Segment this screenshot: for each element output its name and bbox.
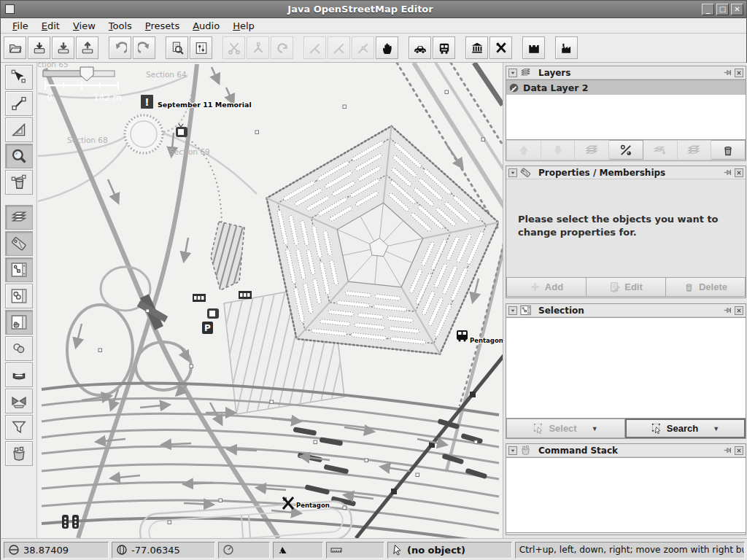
preset-museum-button[interactable] xyxy=(465,36,488,59)
layers-toolbar xyxy=(506,140,746,160)
map-canvas[interactable]: ! xyxy=(38,63,503,538)
add-tag-button[interactable]: Add xyxy=(506,277,587,297)
properties-close-button[interactable] xyxy=(735,168,743,177)
redo-icon xyxy=(138,42,151,55)
combine-icon xyxy=(252,42,265,55)
userst-icon xyxy=(11,341,27,357)
move-elements-button[interactable] xyxy=(376,36,398,59)
layer-list-button[interactable] xyxy=(678,140,712,160)
menu-view[interactable]: View xyxy=(67,19,101,33)
select-button[interactable]: Select▼ xyxy=(506,419,625,438)
memorial-warning-icon[interactable]: ! xyxy=(141,95,153,109)
commandstack-collapse-button[interactable] xyxy=(508,446,517,455)
preset-castle-button[interactable] xyxy=(522,36,545,59)
menu-presets[interactable]: Presets xyxy=(139,19,185,33)
split-way-button[interactable] xyxy=(222,36,245,59)
menu-audio[interactable]: Audio xyxy=(187,19,225,33)
delete-tag-button[interactable]: Delete xyxy=(666,277,746,297)
svg-text:P: P xyxy=(204,323,211,333)
toggle-relations-panel-button[interactable] xyxy=(5,284,33,308)
disconnect-node-button[interactable] xyxy=(328,36,350,59)
search-button[interactable]: Search▼ xyxy=(625,419,746,438)
toggle-filter-panel-button[interactable] xyxy=(5,415,33,440)
preferences-button[interactable] xyxy=(190,36,212,59)
toggle-layers-panel-button[interactable] xyxy=(5,205,33,230)
layers-collapse-button[interactable] xyxy=(508,69,517,77)
download-data-button[interactable] xyxy=(52,36,74,59)
upload-data-button[interactable] xyxy=(76,36,98,59)
update-data-button[interactable] xyxy=(271,36,293,59)
delete-tool-button[interactable] xyxy=(5,170,33,195)
toggle-authors-panel-button[interactable] xyxy=(5,336,33,361)
layer-row-active[interactable]: Data Layer 2 xyxy=(506,80,746,95)
window-icon xyxy=(5,4,15,14)
undo-button[interactable] xyxy=(109,36,131,59)
delete-layer-button[interactable] xyxy=(711,140,746,160)
zoom-tool-button[interactable] xyxy=(5,144,33,168)
measure-tool-button[interactable] xyxy=(5,117,33,142)
edit-tag-button[interactable]: Edit xyxy=(587,277,666,297)
toggle-properties-panel-button[interactable] xyxy=(5,231,33,256)
close-button[interactable]: ✕ xyxy=(731,4,743,15)
toggle-conflict-panel-button[interactable] xyxy=(5,389,33,413)
preset-bus-button[interactable] xyxy=(433,36,455,59)
restaurant-icon xyxy=(495,42,508,55)
search-presets-button[interactable] xyxy=(166,36,188,59)
save-icon xyxy=(33,42,46,55)
commandstack-pin-icon[interactable] xyxy=(723,446,732,455)
object-hint-display: (no object) xyxy=(387,542,512,559)
toggle-layer-visibility-button[interactable] xyxy=(609,140,643,160)
command-stack-list[interactable] xyxy=(506,457,746,533)
toggle-commandstack-panel-button[interactable] xyxy=(5,310,33,335)
commandstack-panel-title: Command Stack xyxy=(534,446,720,456)
dialogs-column: Layers Data Layer 2 Properties / Member xyxy=(503,63,747,538)
maximize-button[interactable]: □ xyxy=(716,4,729,15)
redo-button[interactable] xyxy=(133,36,155,59)
menu-edit[interactable]: Edit xyxy=(36,19,66,33)
app-window: Java OpenStreetMap Editor _ □ ✕ FileEdit… xyxy=(0,0,747,560)
menu-file[interactable]: File xyxy=(7,19,34,33)
toggle-selection-panel-button[interactable] xyxy=(5,257,33,282)
bus-stop-icon-1[interactable] xyxy=(193,294,206,302)
layers-pin-icon[interactable] xyxy=(723,69,732,77)
preset-factory-button[interactable] xyxy=(555,36,578,59)
join-node-way-button[interactable] xyxy=(303,36,326,59)
minimize-button[interactable]: _ xyxy=(702,4,714,15)
move-layer-up-button[interactable] xyxy=(506,140,541,160)
menu-tools[interactable]: Tools xyxy=(103,19,138,33)
duplicate-layer-button[interactable] xyxy=(643,140,678,160)
commandstack-close-button[interactable] xyxy=(735,446,743,455)
svg-text:Section 65: Section 65 xyxy=(38,63,69,69)
combine-way-button[interactable] xyxy=(247,36,269,59)
menu-help[interactable]: Help xyxy=(227,19,260,33)
parking-icon[interactable]: P xyxy=(202,322,213,334)
draw-node-tool-button[interactable] xyxy=(5,91,33,116)
toggle-changeset-panel-button[interactable] xyxy=(5,441,33,466)
toggle-history-panel-button[interactable] xyxy=(5,362,33,387)
selection-close-button[interactable] xyxy=(735,306,743,315)
move-layer-down-button[interactable] xyxy=(541,140,576,160)
layers-panel-title: Layers xyxy=(534,68,720,78)
merge-layer-button[interactable] xyxy=(575,140,609,160)
preset-car-button[interactable] xyxy=(409,36,431,59)
selection-list[interactable] xyxy=(506,317,746,419)
tv-icon-2[interactable] xyxy=(207,308,219,319)
open-file-button[interactable] xyxy=(4,36,26,59)
map-view[interactable]: ! xyxy=(38,63,503,538)
main-toolbar xyxy=(1,34,746,63)
properties-pin-icon[interactable] xyxy=(723,168,732,177)
unglue-ways-button[interactable] xyxy=(352,36,374,59)
layers-close-button[interactable] xyxy=(735,69,743,77)
preset-restaurant-button[interactable] xyxy=(489,36,512,59)
selection-pin-icon[interactable] xyxy=(723,306,732,315)
uparr-icon xyxy=(517,144,530,157)
properties-collapse-button[interactable] xyxy=(508,168,517,177)
select-tool-button[interactable] xyxy=(5,65,33,90)
save-button[interactable] xyxy=(28,36,50,59)
title-bar[interactable]: Java OpenStreetMap Editor _ □ ✕ xyxy=(1,1,746,18)
svg-text:!: ! xyxy=(144,96,149,108)
layers-list[interactable]: Data Layer 2 xyxy=(506,79,746,140)
selection-collapse-button[interactable] xyxy=(508,306,517,315)
bus-stop-icon-2[interactable] xyxy=(239,291,252,299)
upload-icon xyxy=(81,42,94,55)
